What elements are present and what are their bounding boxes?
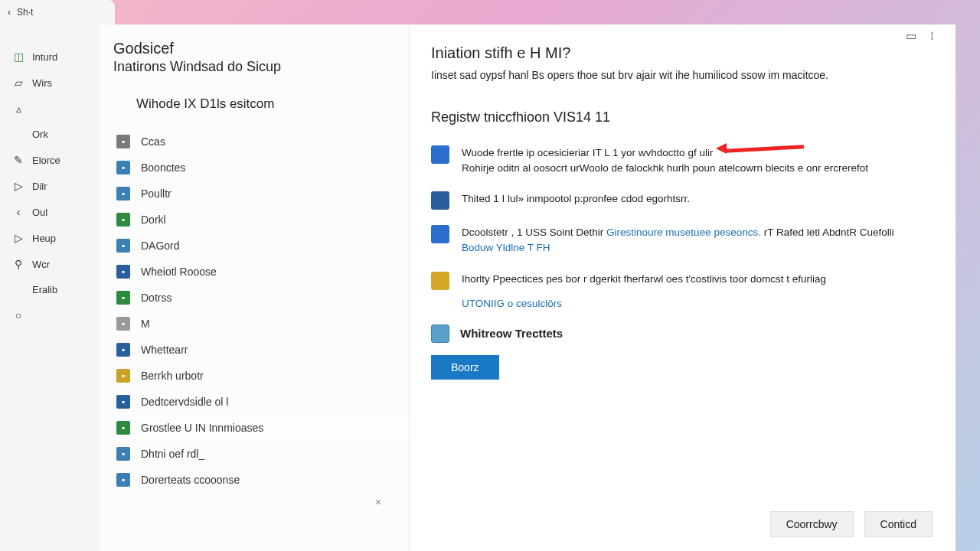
item-label: Dotrss [141,292,172,304]
left-rail: ◫Inturd ▱Wirs ▵ Ork ✎Elorce ▷Dilr ‹Oul ▷… [0,24,100,551]
list-item[interactable]: ▪Wheiotl Rooose [113,259,409,285]
item-icon: ▪ [116,343,130,357]
info-text: Ihorlty Ppeectices pes bor r dgerkit fhe… [462,272,826,290]
calendar-icon[interactable]: ▭ [906,29,916,43]
list-item[interactable]: ▪Dotrss [113,285,409,311]
close-icon[interactable]: × [375,496,381,508]
nav-oul[interactable]: ‹Oul [8,203,100,221]
app-title: Godsicef [113,40,409,57]
info-block: Dcoolstetr , 1 USS Soint Dethir Girestin… [431,225,928,256]
nav-dilr[interactable]: ▷Dilr [8,177,100,195]
item-icon: ▪ [116,187,130,201]
item-label: Dorkl [141,214,166,226]
setup-heading: ◆ Wihode IX D1ls esitcom [113,96,409,112]
item-label: Boonctes [141,161,185,174]
circle-icon: ○ [12,309,24,321]
options-link[interactable]: UTONIIG o cesulclörs [462,298,928,309]
list-item[interactable]: ▪Dorkl [113,207,409,233]
list-item[interactable]: ▪M [113,311,409,337]
play-icon: ▷ [12,180,24,192]
item-icon: ▪ [116,317,130,331]
item-icon: ▪ [116,395,130,409]
list-item[interactable]: ▪Boonctes [113,155,409,181]
item-icon: ▪ [116,213,130,227]
item-label: Grostlee U IN Innmioases [141,422,263,434]
doc-icon: ▱ [12,77,24,89]
item-label: Dhtni oef rdl_ [141,448,204,460]
nav-heup[interactable]: ▷Heup [8,229,100,247]
list-item[interactable]: ▪Dhtni oef rdl_ [113,441,409,467]
info-block: Thited 1 I lul» inmpootol p:pronfee cdod… [431,191,928,210]
item-label: Berrkh urbotr [141,370,204,382]
item-label: Ccas [141,135,165,148]
item-icon: ▪ [116,473,130,487]
section-title: Registw tniccfhioon VIS14 11 [431,109,928,126]
list-item[interactable]: ▪Ccas [113,129,409,155]
item-label: Dorerteats ccooonse [141,474,240,486]
tab-label: Sh·t [17,7,33,18]
info-icon [431,191,449,210]
list-item[interactable]: ▪Dedtcervdsidle ol l [113,389,409,415]
setup-icon: ◆ [113,97,127,111]
panel-utilities: ▭ ⁞ [906,29,934,43]
info-text: Thited 1 I lul» inmpootol p:pronfee cdod… [462,191,690,210]
chart-icon: ▵ [12,103,24,115]
info-icon [431,272,449,290]
item-label: Poulltr [141,187,172,200]
panel-title: Iniation stifh e H MI? [431,44,928,62]
item-icon: ▪ [116,421,130,435]
nav-chart[interactable]: ▵ [8,99,100,118]
info-icon [431,225,449,243]
item-label: Whettearr [141,344,188,356]
list-item[interactable]: ▪DAGord [113,233,409,259]
nav-bottom[interactable]: ○ [8,306,100,324]
app-window: — ▭ ○ ⁞ ◫Inturd ▱Wirs ▵ Ork ✎Elorce ▷Dil… [0,24,956,551]
info-icon [431,145,449,164]
item-icon: ▪ [116,369,130,383]
list-item[interactable]: ▪Poulltr [113,181,409,207]
list-item[interactable]: ▪Dorerteats ccooonse [113,467,409,493]
primary-button[interactable]: Boorz [431,355,499,380]
item-label: Dedtcervdsidle ol l [141,396,228,408]
app-subtitle: Inatirons Windsad do Sicup [113,59,409,75]
info-link[interactable]: Boduw Yldlne T FH [462,240,894,256]
continue-button[interactable]: Coorrcbwy [770,511,854,537]
item-label: DAGord [141,240,180,252]
item-label: M [141,318,150,330]
cancel-button[interactable]: Conticd [864,511,933,537]
menu-icon[interactable]: ⁞ [930,29,934,43]
item-icon: ▪ [116,291,130,305]
browser-tab[interactable]: ‹ Sh·t [0,0,115,24]
item-icon: ▪ [116,265,130,279]
play2-icon: ▷ [12,232,24,244]
list-item[interactable]: ▪Whettearr [113,337,409,363]
person-icon: ⚲ [12,258,24,270]
info-text: Dcoolstetr , 1 USS Soint Dethir Girestin… [462,225,894,256]
item-icon: ▪ [116,135,130,148]
list-item[interactable]: ▪Berrkh urbotr [113,363,409,389]
nav-wcr[interactable]: ⚲Wcr [8,255,100,273]
list-item[interactable]: ▪Grostlee U IN Innmioases [113,415,409,441]
item-label: Wheiotl Rooose [141,266,217,278]
panel-description: Iinset sad oypsf hanl Bs opers thoe sut … [431,68,928,83]
folder-icon [431,324,449,343]
content-panel: ▭ ⁞ Iniation stifh e H MI? Iinset sad oy… [410,24,956,551]
item-icon: ▪ [116,447,130,461]
nav-elorce[interactable]: ✎Elorce [8,151,100,169]
edit-icon: ✎ [12,154,24,166]
nav-ork[interactable]: Ork [8,126,100,143]
info-block: Ihorlty Ppeectices pes bor r dgerkit fhe… [431,272,928,290]
feature-row: Whitreow Trecttets [431,324,928,343]
chevron-left-icon: ‹ [12,206,24,218]
nav-eralib[interactable]: Eralib [8,281,100,298]
nav-inturd[interactable]: ◫Inturd [8,47,100,66]
back-icon[interactable]: ‹ [8,7,11,18]
shield-icon: ◫ [12,51,24,63]
item-icon: ▪ [116,239,130,253]
feature-label: Whitreow Trecttets [460,327,563,340]
item-icon: ▪ [116,161,130,174]
items-panel: Godsicef Inatirons Windsad do Sicup ◆ Wi… [100,24,410,551]
nav-wirs[interactable]: ▱Wirs [8,73,100,92]
info-text: Wuode frertle ip ocesicieriar IT L 1 yor… [462,145,868,177]
info-block: Wuode frertle ip ocesicieriar IT L 1 yor… [431,145,928,177]
